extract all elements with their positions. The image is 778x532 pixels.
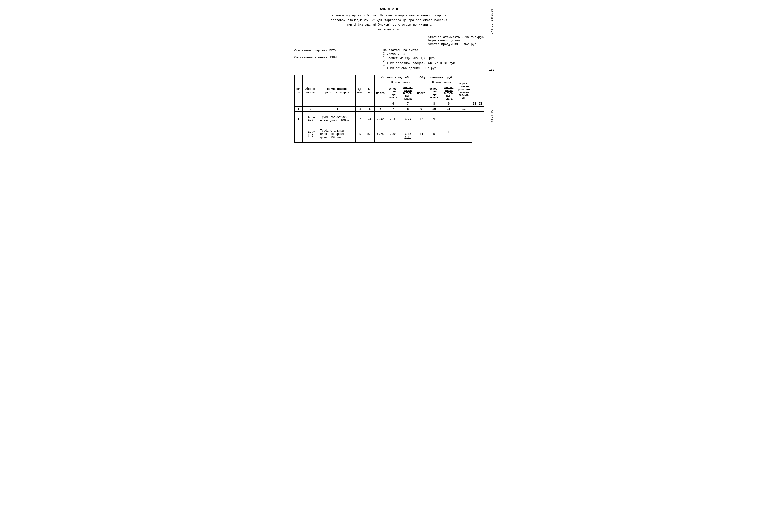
row2-name: Труба стальная электросварная диам. 200 … xyxy=(319,126,356,143)
th-cost-vsego: Всего xyxy=(374,80,386,107)
th-v-tom-chisle: В том числе xyxy=(386,80,415,85)
cost-line-3: чистая продукция – тыс.руб xyxy=(428,43,484,46)
page-container: 274-33-14(Ш.86) 129 76534-03 СМЕТА № 8 к… xyxy=(294,7,491,143)
col-n-9: 9 xyxy=(441,101,456,106)
subtitle-line-4: на водостоки xyxy=(294,27,484,32)
document-title: СМЕТА № 8 xyxy=(294,7,484,11)
side-code-top: 274-33-14(Ш.86) xyxy=(490,7,493,34)
row2-total: 44 xyxy=(415,126,427,143)
ind-text-3: I м3 объёма здания 0,07 руб xyxy=(387,66,484,71)
row2-ekspl-val: 0,I5 0,05 xyxy=(404,133,411,139)
side-code-bottom: 76534-03 xyxy=(490,109,493,124)
row2-unit: м xyxy=(356,126,365,143)
row1-cost-total: 3,10 xyxy=(374,112,386,126)
row2-total-osnov: 5 xyxy=(427,126,441,143)
ind-num-3: 3 xyxy=(383,64,385,67)
col-n-6: 6 xyxy=(386,101,400,106)
subtitle-line-1: к типовому проекту блока. Магазин товаро… xyxy=(294,13,484,18)
table-header-row-1: №№пп Обосно-вание Наименованиеработ и за… xyxy=(294,75,484,80)
th-total-vsego: Всего xyxy=(415,80,427,107)
side-page-number: 129 xyxy=(489,68,494,72)
th-osnov-1: основ-наязар-плата xyxy=(386,85,400,101)
col-n-12b: I2 xyxy=(456,106,472,112)
th-basis: Обосно-вание xyxy=(302,75,319,107)
th-cost-unit: Стоимость ед.руб xyxy=(374,75,415,80)
cost-info-block: Сметная стоимость 0,19 тыс.руб Нормативн… xyxy=(428,35,484,46)
cost-line-2: Нормативная условне- xyxy=(428,39,484,43)
row2-num: 2 xyxy=(294,126,302,143)
row1-unit: М xyxy=(356,112,365,126)
row2-total-ekspl: I – xyxy=(441,126,456,143)
row1-total-osnov: 6 xyxy=(427,112,441,126)
row1-ekspl: 0,0I xyxy=(400,112,415,126)
row1-norma: – xyxy=(456,112,472,126)
info-row: Основание: чертежи ВКI-4 Составлена в це… xyxy=(294,48,484,71)
subtitle-line-3: тип Ш (из зданий-блоков) со стенами из к… xyxy=(294,22,484,27)
col-n-1: I xyxy=(294,106,302,112)
row2-cost-total: 8,75 xyxy=(374,126,386,143)
ind-text-1: Расчётную единицу 0,76 руб xyxy=(387,56,484,61)
col-n-9b: 9 xyxy=(415,106,427,112)
row1-osnov: 0,37 xyxy=(386,112,400,126)
col-n-6b: 6 xyxy=(374,106,386,112)
row2-qty: 5,0 xyxy=(365,126,374,143)
main-table: №№пп Обосно-вание Наименованиеработ и за… xyxy=(294,75,484,143)
row2-basis: I6–72 8–5 xyxy=(302,126,319,143)
compiled-line: Составлена в ценах 1984 г. xyxy=(294,55,378,60)
row1-name: Труба полиэтиле- новая диам. 100мм xyxy=(319,112,356,126)
indicators-nums: 1 2 3 xyxy=(383,56,385,71)
row2-norma: – xyxy=(456,126,472,143)
col-n-5: 5 xyxy=(365,106,374,112)
th-ekspl-1: экспл.машинв т.ч.зар-плата xyxy=(400,85,415,101)
divider-top xyxy=(294,73,484,73)
table-col-label-row: I 2 3 4 5 6 7 8 9 I0 II I2 xyxy=(294,106,484,112)
th-qty: К-во xyxy=(365,75,374,107)
cost-line-1: Сметная стоимость 0,19 тыс.руб xyxy=(428,35,484,39)
indicators-sub: Стоимость на: xyxy=(383,52,484,56)
ind-num-1: 1 xyxy=(383,56,385,59)
col-n-11: II xyxy=(478,101,484,106)
col-n-10b: I0 xyxy=(427,106,441,112)
indicators-title: Показатели по смете: xyxy=(383,48,484,52)
ind-num-2: 2 xyxy=(383,60,385,63)
table-row: 2 I6–72 8–5 Труба стальная электросварна… xyxy=(294,126,484,143)
col-n-2: 2 xyxy=(302,106,319,112)
col-n-8b: 8 xyxy=(400,106,415,112)
subtitle-line-2: торговой площадью 250 м2 для торгового ц… xyxy=(294,18,484,23)
row1-num: 1 xyxy=(294,112,302,126)
th-osnov-2: основ-наязар-плата xyxy=(427,85,441,101)
col-n-10: I0 xyxy=(472,101,477,106)
indicators-list: 1 2 3 Расчётную единицу 0,76 руб I м2 по… xyxy=(383,56,484,71)
col-n-4: 4 xyxy=(356,106,365,112)
row2-ekspl: 0,I5 0,05 xyxy=(400,126,415,143)
document-subtitle: к типовому проекту блока. Магазин товаро… xyxy=(294,13,484,32)
ind-text-2: I м2 полезной площади здания 0,31 руб xyxy=(387,61,484,66)
col-n-7: 7 xyxy=(400,101,415,106)
th-v-tom-chisle-2: В том числе xyxy=(427,80,456,85)
basis-line: Основание: чертежи ВКI-4 xyxy=(294,48,378,53)
row2-osnov: 0,94 xyxy=(386,126,400,143)
col-n-7b: 7 xyxy=(386,106,400,112)
right-info: Показатели по смете: Стоимость на: 1 2 3… xyxy=(378,48,484,71)
left-info: Основание: чертежи ВКI-4 Составлена в це… xyxy=(294,48,378,71)
col-n-11b: II xyxy=(441,106,456,112)
th-ekspl-2: экспл.машинв т.ч.зар-плата xyxy=(441,85,456,101)
th-num: №№пп xyxy=(294,75,302,107)
th-unit: Ед.изм. xyxy=(356,75,365,107)
th-name: Наименованиеработ и затрат xyxy=(319,75,356,107)
row1-total: 47 xyxy=(415,112,427,126)
col-n-3: 3 xyxy=(319,106,356,112)
th-norma: Норма-тивнаяусловно-чистаяпродук-ция xyxy=(456,75,472,107)
row1-total-ekspl: – xyxy=(441,112,456,126)
table-row: 1 I6–34 6–2 Труба полиэтиле- новая диам.… xyxy=(294,112,484,126)
row1-qty: I5 xyxy=(365,112,374,126)
col-n-8: 8 xyxy=(427,101,441,106)
indicators-texts: Расчётную единицу 0,76 руб I м2 полезной… xyxy=(387,56,484,71)
row1-basis: I6–34 6–2 xyxy=(302,112,319,126)
th-cost-total: Общая стоимость руб xyxy=(415,75,456,80)
